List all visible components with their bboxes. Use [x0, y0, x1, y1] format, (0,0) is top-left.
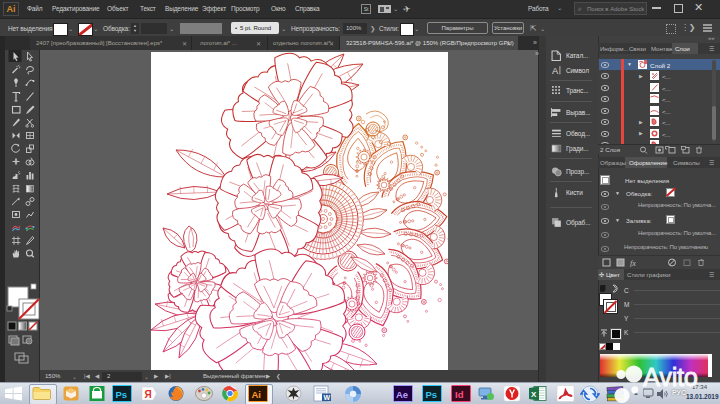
svg-text:Я: Я	[145, 389, 152, 400]
svg-text:Ae: Ae	[396, 389, 408, 400]
svg-text:X: X	[531, 390, 537, 399]
svg-text:W: W	[324, 394, 331, 401]
svg-text:Ps: Ps	[116, 389, 128, 400]
svg-text:Ai: Ai	[252, 389, 262, 400]
svg-text:A: A	[552, 65, 559, 76]
svg-text:Ps: Ps	[426, 389, 438, 400]
svg-text:fx: fx	[630, 258, 636, 267]
svg-text:Id: Id	[455, 389, 464, 400]
